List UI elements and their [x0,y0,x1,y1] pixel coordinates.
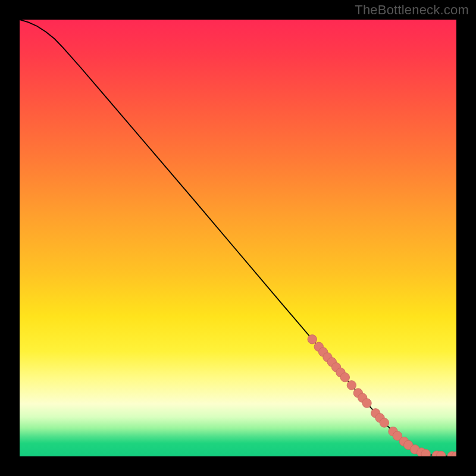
data-marker [347,381,356,390]
data-marker [421,449,430,456]
chart-frame: TheBottleneck.com [0,0,476,476]
data-marker [362,399,371,408]
data-marker [340,372,349,381]
plot-area [20,20,456,456]
watermark-text: TheBottleneck.com [355,2,469,18]
data-marker [308,335,317,344]
curve-line [20,20,456,456]
data-marker [380,418,389,427]
markers-group [308,335,456,456]
plot-svg [20,20,456,456]
